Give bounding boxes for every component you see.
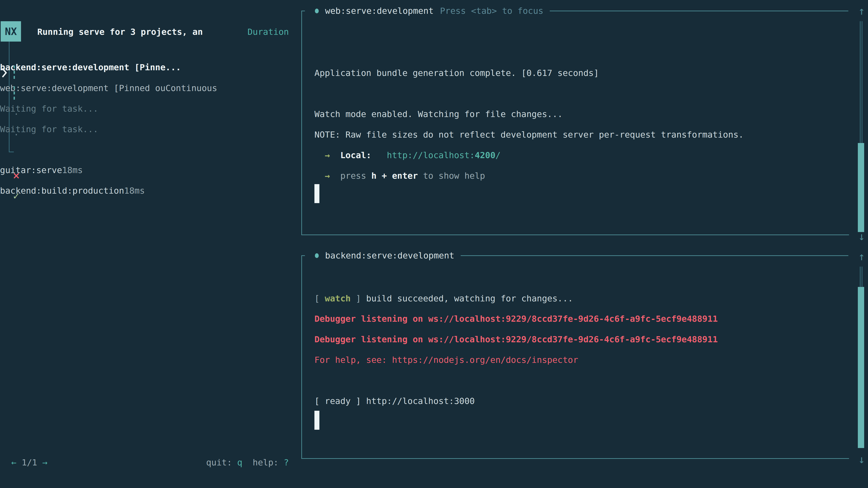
task-duration: 18ms (124, 186, 145, 196)
border-stub (301, 255, 305, 256)
output-text: build succeeded, watching for changes... (361, 293, 573, 303)
pager-label (17, 457, 22, 467)
task-duration: ... (165, 62, 181, 72)
output-line: For help, see: https://nodejs.org/en/doc… (314, 350, 578, 370)
output-text: press (330, 171, 371, 181)
task-duration: 18ms (62, 165, 83, 175)
scrollbar-up-icon[interactable]: ↑ (857, 251, 866, 262)
task-status-dot-icon (315, 8, 319, 13)
pane-title: web:serve:development (325, 6, 434, 16)
task-row[interactable]: web:serve:development [Pinned ouContinuo… (0, 83, 301, 104)
scrollbar-track[interactable] (860, 267, 862, 287)
sidebar-header: Running serve for 3 projects, an Duratio… (0, 22, 301, 42)
pane-backend-serve-development[interactable]: backend:serve:development [ watch ] buil… (301, 256, 849, 459)
task-name: guitar:serve (0, 165, 62, 175)
task-status-dot-icon (315, 253, 319, 258)
spinner-icon (13, 66, 15, 79)
url-link[interactable]: http://localhost: (387, 150, 475, 160)
task-row[interactable]: ·Waiting for task... (0, 104, 301, 124)
bottom-bar: ← 1/1 → quit: q help: ? (0, 452, 301, 473)
output-text (371, 150, 387, 160)
spinner-icon (13, 86, 15, 100)
scrollbar-up-icon[interactable]: ↑ (857, 5, 866, 16)
scrollbar-down-icon[interactable]: ↓ (857, 454, 866, 465)
output-line: Debugger listening on ws://localhost:922… (314, 308, 718, 329)
output-line: [ ready ] http://localhost:3000 (314, 391, 475, 411)
terminal-cursor (314, 411, 319, 430)
help-key: ? (284, 457, 289, 467)
output-text (330, 150, 340, 160)
page-indicator: 1/1 (22, 457, 37, 467)
pager-prev-icon[interactable]: ← (11, 457, 17, 467)
task-duration: Continuous (165, 83, 217, 93)
app-title: Running serve for 3 projects, an (37, 27, 203, 37)
fail-x-icon: × (12, 165, 21, 186)
border-fill (550, 11, 848, 11)
output-text: Local: (340, 150, 371, 160)
success-check-icon: ✓ (12, 186, 21, 206)
output-line: [ watch ] build succeeded, watching for … (314, 288, 573, 308)
task-name: web:serve:development [Pinned ou (0, 83, 165, 93)
output-line: Application bundle generation complete. … (314, 63, 599, 83)
help-hint-label: help: (242, 457, 284, 467)
waiting-dot-icon: · (12, 104, 21, 124)
pager: ← 1/1 → (11, 457, 48, 467)
scrollbar-thumb[interactable] (858, 287, 864, 448)
pane-web-serve-development[interactable]: web:serve:development Press <tab> to foc… (301, 11, 849, 235)
output-text: watch (325, 293, 350, 303)
pane-header: backend:serve:development (301, 250, 848, 261)
output-text: → (314, 150, 330, 160)
output-line: → Local: http://localhost:4200/ (314, 145, 501, 165)
task-row[interactable]: ✓backend:build:production18ms (0, 186, 301, 206)
output-text: Application bundle generation complete. … (314, 68, 599, 78)
output-text: [ ready ] http://localhost:3000 (314, 396, 475, 406)
task-name: backend:serve:development [Pinne (0, 62, 165, 72)
scrollbar-thumb[interactable] (858, 143, 864, 232)
output-line: Watch mode enabled. Watching for file ch… (314, 104, 563, 124)
pager-next-icon[interactable]: → (42, 457, 48, 467)
output-line: Debugger listening on ws://localhost:922… (314, 329, 718, 350)
quit-hint-label: quit: (206, 457, 237, 467)
selected-caret-icon (1, 67, 7, 78)
task-row[interactable]: ·Waiting for task... (0, 124, 301, 145)
output-line: → press h + enter to show help (314, 165, 485, 186)
scrollbar-down-icon[interactable]: ↓ (857, 231, 866, 242)
output-text: h + enter (371, 171, 418, 181)
output-text: → (314, 171, 330, 181)
output-text: NOTE: Raw file sizes do not reflect deve… (314, 130, 744, 140)
task-row[interactable]: ×guitar:serve18ms (0, 165, 301, 186)
output-text: For help, see: https://nodejs.org/en/doc… (314, 355, 578, 365)
output-text: to show help (418, 171, 485, 181)
scrollbar-track[interactable] (860, 21, 862, 143)
waiting-dot-icon: · (12, 124, 21, 145)
terminal-cursor (314, 184, 319, 203)
pane-focus-hint: Press <tab> to focus (440, 6, 544, 16)
url-link[interactable]: 4200 (475, 150, 495, 160)
output-text: ] (350, 293, 361, 303)
output-text: [ (314, 293, 325, 303)
quit-key: q (237, 457, 242, 467)
border-fill (461, 255, 848, 256)
output-text: Debugger listening on ws://localhost:922… (314, 314, 718, 324)
pager-spacer (37, 457, 42, 467)
output-line: NOTE: Raw file sizes do not reflect deve… (314, 124, 744, 145)
border-stub (301, 11, 305, 11)
duration-column-header: Duration (248, 27, 289, 37)
output-text: Debugger listening on ws://localhost:922… (314, 334, 718, 344)
tree-line-corner (9, 152, 14, 152)
url-link[interactable]: / (495, 150, 501, 160)
pane-header: web:serve:development Press <tab> to foc… (301, 5, 848, 16)
key-hints: quit: q help: ? (206, 457, 289, 467)
task-row[interactable]: backend:serve:development [Pinne... (0, 62, 301, 83)
output-text: Watch mode enabled. Watching for file ch… (314, 109, 563, 119)
pane-title: backend:serve:development (325, 251, 454, 260)
